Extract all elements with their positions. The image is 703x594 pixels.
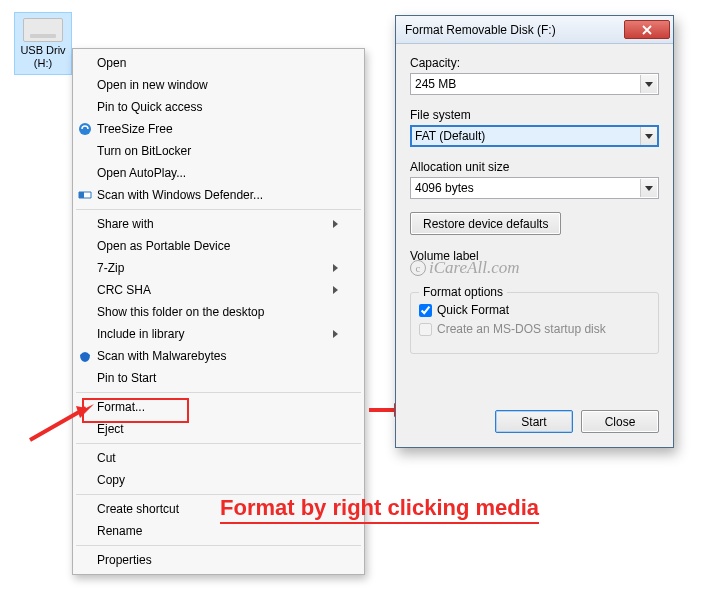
cm-7zip[interactable]: 7-Zip	[75, 257, 362, 279]
cm-treesize-label: TreeSize Free	[97, 122, 338, 136]
cm-portable-device[interactable]: Open as Portable Device	[75, 235, 362, 257]
cm-treesize[interactable]: TreeSize Free	[75, 118, 362, 140]
cm-separator	[76, 545, 361, 546]
capacity-combo[interactable]: 245 MB	[410, 73, 659, 95]
close-button[interactable]	[624, 20, 670, 39]
cm-defender-label: Scan with Windows Defender...	[97, 188, 338, 202]
format-dialog: Format Removable Disk (F:) Capacity: 245…	[395, 15, 674, 448]
submenu-arrow-icon	[333, 220, 338, 228]
submenu-arrow-icon	[333, 330, 338, 338]
chevron-down-icon	[640, 179, 657, 197]
restore-defaults-button[interactable]: Restore device defaults	[410, 212, 561, 235]
allocation-label: Allocation unit size	[410, 160, 659, 174]
treesize-icon	[78, 122, 92, 136]
annotation-caption: Format by right clicking media	[220, 495, 539, 524]
quick-format-checkbox[interactable]: Quick Format	[419, 303, 650, 317]
cm-cut-label: Cut	[97, 451, 338, 465]
allocation-value: 4096 bytes	[415, 181, 474, 195]
cm-include-library[interactable]: Include in library	[75, 323, 362, 345]
drive-label-line1: USB Driv	[15, 44, 71, 57]
cm-format[interactable]: Format...	[75, 396, 362, 418]
cm-crc-sha[interactable]: CRC SHA	[75, 279, 362, 301]
cm-format-label: Format...	[97, 400, 338, 414]
cm-bitlocker-label: Turn on BitLocker	[97, 144, 338, 158]
cm-include-lib-label: Include in library	[97, 327, 325, 341]
cm-separator	[76, 443, 361, 444]
msdos-disk-checkbox: Create an MS-DOS startup disk	[419, 322, 650, 336]
cm-pin-quick-access[interactable]: Pin to Quick access	[75, 96, 362, 118]
cm-malwarebytes-label: Scan with Malwarebytes	[97, 349, 338, 363]
chevron-down-icon	[640, 127, 657, 145]
cm-autoplay-label: Open AutoPlay...	[97, 166, 338, 180]
drive-label-line2: (H:)	[15, 57, 71, 70]
cm-separator	[76, 209, 361, 210]
cm-crc-label: CRC SHA	[97, 283, 325, 297]
dialog-titlebar[interactable]: Format Removable Disk (F:)	[396, 16, 673, 44]
quick-format-input[interactable]	[419, 304, 432, 317]
defender-icon	[78, 188, 92, 202]
cm-bitlocker[interactable]: Turn on BitLocker	[75, 140, 362, 162]
msdos-disk-input	[419, 323, 432, 336]
submenu-arrow-icon	[333, 264, 338, 272]
start-button[interactable]: Start	[495, 410, 573, 433]
filesystem-label: File system	[410, 108, 659, 122]
chevron-down-icon	[640, 75, 657, 93]
cm-share-with-label: Share with	[97, 217, 325, 231]
cm-open-new-window-label: Open in new window	[97, 78, 338, 92]
cm-copy[interactable]: Copy	[75, 469, 362, 491]
capacity-label: Capacity:	[410, 56, 659, 70]
drive-icon	[23, 18, 63, 42]
cm-copy-label: Copy	[97, 473, 338, 487]
filesystem-value: FAT (Default)	[415, 129, 485, 143]
quick-format-label: Quick Format	[437, 303, 509, 317]
cm-autoplay[interactable]: Open AutoPlay...	[75, 162, 362, 184]
cm-pin-start[interactable]: Pin to Start	[75, 367, 362, 389]
cm-defender[interactable]: Scan with Windows Defender...	[75, 184, 362, 206]
close-dialog-button[interactable]: Close	[581, 410, 659, 433]
dialog-title: Format Removable Disk (F:)	[405, 23, 556, 37]
cm-malwarebytes[interactable]: Scan with Malwarebytes	[75, 345, 362, 367]
watermark: c iCareAll.com	[410, 258, 659, 278]
usb-drive-icon[interactable]: USB Driv (H:)	[14, 12, 72, 75]
cm-eject-label: Eject	[97, 422, 338, 436]
filesystem-combo[interactable]: FAT (Default)	[410, 125, 659, 147]
cm-pin-start-label: Pin to Start	[97, 371, 338, 385]
cm-show-desktop-label: Show this folder on the desktop	[97, 305, 338, 319]
cm-share-with[interactable]: Share with	[75, 213, 362, 235]
cm-eject[interactable]: Eject	[75, 418, 362, 440]
cm-7zip-label: 7-Zip	[97, 261, 325, 275]
cm-portable-label: Open as Portable Device	[97, 239, 338, 253]
submenu-arrow-icon	[333, 286, 338, 294]
cm-pin-quick-label: Pin to Quick access	[97, 100, 338, 114]
cm-open-new-window[interactable]: Open in new window	[75, 74, 362, 96]
close-icon	[642, 25, 652, 35]
cm-open[interactable]: Open	[75, 52, 362, 74]
msdos-disk-label: Create an MS-DOS startup disk	[437, 322, 606, 336]
watermark-text: iCareAll.com	[429, 258, 520, 278]
cm-show-desktop[interactable]: Show this folder on the desktop	[75, 301, 362, 323]
cm-open-label: Open	[97, 56, 338, 70]
allocation-combo[interactable]: 4096 bytes	[410, 177, 659, 199]
svg-point-0	[79, 123, 91, 135]
cm-separator	[76, 392, 361, 393]
format-options-group: Format options Quick Format Create an MS…	[410, 292, 659, 354]
copyright-icon: c	[410, 260, 426, 276]
malwarebytes-icon	[78, 349, 92, 363]
cm-cut[interactable]: Cut	[75, 447, 362, 469]
format-options-title: Format options	[419, 285, 507, 299]
cm-rename-label: Rename	[97, 524, 338, 538]
capacity-value: 245 MB	[415, 77, 456, 91]
cm-properties[interactable]: Properties	[75, 549, 362, 571]
cm-properties-label: Properties	[97, 553, 338, 567]
